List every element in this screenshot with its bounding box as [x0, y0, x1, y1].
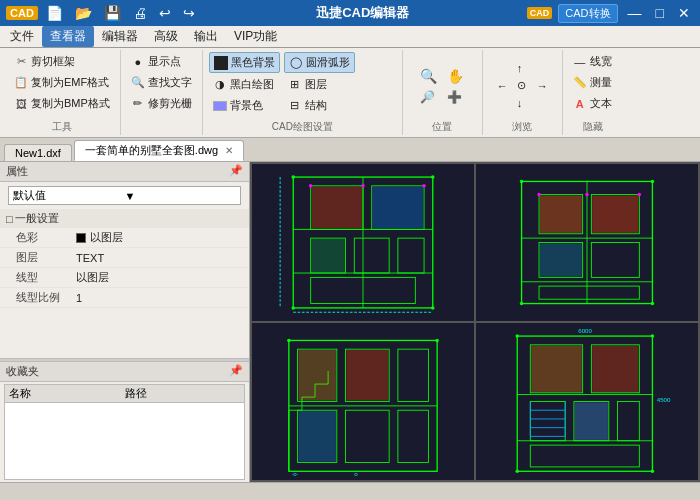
svg-rect-53 — [346, 350, 388, 401]
prop-layer-key: 图层 — [16, 250, 76, 265]
find-text-button[interactable]: 🔍 查找文字 — [127, 73, 196, 92]
menu-editor[interactable]: 编辑器 — [94, 26, 146, 47]
bookmark-pin-icon[interactable]: 📌 — [229, 364, 243, 379]
svg-rect-34 — [592, 195, 638, 233]
toolbar-undo[interactable]: ↩ — [155, 5, 175, 21]
left-panel: 属性 📌 默认值 ▼ □ 一般设置 色彩 以图层 — [0, 162, 250, 482]
nav-center-button[interactable]: ⊙ — [513, 77, 532, 94]
location-label: 位置 — [409, 119, 476, 135]
drawing-area[interactable]: ·o· o — [250, 162, 700, 482]
smooth-arc-button[interactable]: ◯ 圆滑弧形 — [284, 52, 355, 73]
drawing-svg-1 — [252, 164, 474, 321]
copy-emf-icon: 📋 — [14, 76, 28, 90]
menu-output[interactable]: 输出 — [186, 26, 226, 47]
svg-rect-14 — [373, 187, 424, 229]
svg-point-38 — [520, 302, 523, 305]
find-text-icon: 🔍 — [131, 76, 145, 90]
drawing-svg-4: 6000 4500 — [476, 323, 698, 480]
tab-close-button[interactable]: ✕ — [225, 145, 233, 156]
svg-rect-35 — [540, 243, 582, 276]
zoom-out-button[interactable]: 🔎 — [416, 88, 441, 106]
svg-point-37 — [651, 180, 654, 183]
svg-point-39 — [651, 302, 654, 305]
text-button[interactable]: A 文本 — [569, 94, 617, 113]
nav-section: ↑ ← ⊙ → ↓ 浏览 — [483, 50, 563, 135]
black-bg-button[interactable]: 黑色背景 — [209, 52, 280, 73]
nav-up-button[interactable]: ↑ — [513, 60, 532, 76]
bg-color-button[interactable]: 背景色 — [209, 96, 280, 115]
svg-point-76 — [651, 334, 654, 337]
prop-color-key: 色彩 — [16, 230, 76, 245]
menu-viewer[interactable]: 查看器 — [42, 26, 94, 47]
zoom-rect-button[interactable]: 🔍 — [416, 66, 441, 86]
measure-button[interactable]: 📏 测量 — [569, 73, 617, 92]
cut-frame-button[interactable]: ✂ 剪切框架 — [10, 52, 114, 71]
toolbar-print[interactable]: 🖨 — [129, 5, 151, 21]
menu-advanced[interactable]: 高级 — [146, 26, 186, 47]
svg-point-21 — [361, 184, 364, 187]
position-section: 🔍 ✋ 🔎 ➕ 位置 — [403, 50, 483, 135]
svg-point-18 — [291, 306, 294, 309]
copy-emf-button[interactable]: 📋 复制为EMF格式 — [10, 73, 114, 92]
nav-down-button[interactable]: ↓ — [513, 95, 532, 111]
tab-new1[interactable]: New1.dxf — [4, 144, 72, 161]
drawing-svg-2 — [476, 164, 698, 321]
copy-bmp-button[interactable]: 🖼 复制为BMP格式 — [10, 94, 114, 113]
dropdown-arrow-icon: ▼ — [125, 190, 237, 202]
nav-right-button[interactable]: → — [533, 78, 552, 94]
minimize-button[interactable]: — — [624, 5, 646, 21]
toolbar-save[interactable]: 💾 — [100, 5, 125, 21]
bw-draw-icon: ◑ — [213, 78, 227, 92]
toolbar-new[interactable]: 📄 — [42, 5, 67, 21]
bg-color-icon — [213, 101, 227, 111]
properties-panel: 属性 📌 默认值 ▼ □ 一般设置 色彩 以图层 — [0, 162, 249, 358]
linewidth-button[interactable]: — 线宽 — [569, 52, 617, 71]
menu-vip[interactable]: VIP功能 — [226, 26, 285, 47]
cad-settings-section: 黑色背景 ◑ 黑白绘图 背景色 ◯ 圆滑弧形 ⊞ 图层 — [203, 50, 403, 135]
tab-villa[interactable]: 一套简单的别墅全套图.dwg ✕ — [74, 140, 244, 161]
cad-logo: CAD — [6, 6, 38, 20]
menubar: 文件 查看器 编辑器 高级 输出 VIP功能 — [0, 26, 700, 48]
svg-rect-54 — [298, 411, 336, 462]
drawing-cell-top-right[interactable] — [476, 164, 698, 321]
properties-header: 属性 📌 — [0, 162, 249, 182]
trim-hatch-button[interactable]: ✏ 修剪光栅 — [127, 94, 196, 113]
prop-linescale-val: 1 — [76, 292, 243, 304]
layer-icon: ⊞ — [288, 78, 302, 92]
trim-hatch-icon: ✏ — [131, 97, 145, 111]
maximize-button[interactable]: □ — [652, 5, 668, 21]
black-bg-icon — [214, 56, 228, 70]
svg-rect-73 — [592, 346, 638, 392]
pan-button[interactable]: ✋ — [443, 66, 468, 86]
drawing-cell-top-left[interactable] — [252, 164, 474, 321]
bookmark-path-col: 路径 — [125, 386, 241, 401]
menu-file[interactable]: 文件 — [2, 26, 42, 47]
nav-left-button[interactable]: ← — [493, 78, 512, 94]
cad-settings-label: CAD绘图设置 — [209, 119, 396, 135]
cad-convert-button[interactable]: CAD转换 — [558, 4, 617, 23]
layer-button[interactable]: ⊞ 图层 — [284, 75, 355, 94]
tabbar: New1.dxf 一套简单的别墅全套图.dwg ✕ — [0, 138, 700, 162]
zoom-in-button[interactable]: ➕ — [443, 88, 468, 106]
show-point-button[interactable]: ● 显示点 — [127, 52, 196, 71]
default-value-dropdown[interactable]: 默认值 ▼ — [8, 186, 241, 205]
close-button[interactable]: ✕ — [674, 5, 694, 21]
titlebar-right: CAD CAD转换 — □ ✕ — [527, 4, 694, 23]
svg-rect-13 — [312, 187, 363, 229]
drawing-cell-bottom-right[interactable]: 6000 4500 — [476, 323, 698, 480]
tools-label: 工具 — [10, 119, 114, 135]
cad-logo-right: CAD — [527, 7, 553, 19]
svg-point-42 — [638, 193, 641, 196]
structure-button[interactable]: ⊟ 结构 — [284, 96, 355, 115]
pin-icon[interactable]: 📌 — [229, 164, 243, 179]
drawing-cell-bottom-left[interactable]: ·o· o — [252, 323, 474, 480]
bw-draw-button[interactable]: ◑ 黑白绘图 — [209, 75, 280, 94]
bookmarks-header: 收藏夹 📌 — [0, 362, 249, 382]
svg-point-16 — [291, 175, 294, 178]
toolbar-redo[interactable]: ↪ — [179, 5, 199, 21]
svg-point-75 — [515, 334, 518, 337]
general-settings-header[interactable]: □ 一般设置 — [0, 209, 249, 228]
tools-label2 — [127, 133, 196, 135]
toolbar-open[interactable]: 📂 — [71, 5, 96, 21]
text-icon: A — [573, 97, 587, 111]
